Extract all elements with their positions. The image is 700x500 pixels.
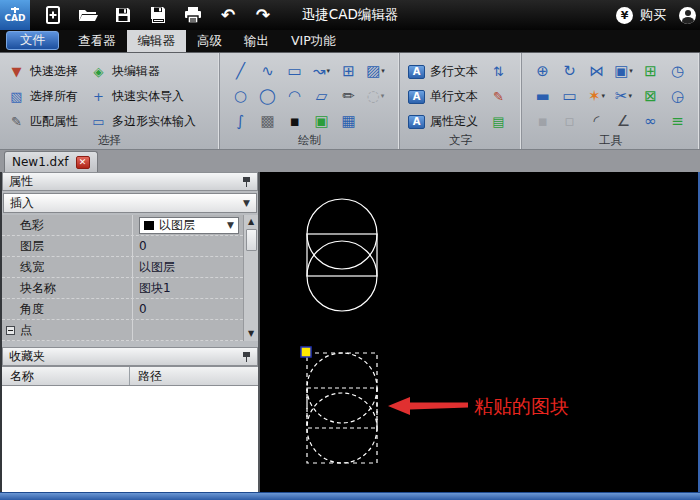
match-properties-button[interactable]: ✎匹配属性	[8, 109, 78, 134]
copy-button[interactable]: ⊞	[638, 59, 663, 83]
user-account-icon[interactable]	[679, 7, 696, 24]
chamfer-button[interactable]: ∠	[611, 109, 636, 133]
prop-label-block-name: 块名称	[2, 278, 132, 298]
hatch-region-icon: ▨	[366, 64, 380, 79]
attribute-define-button[interactable]: A属性定义	[408, 109, 478, 134]
annotation-text: 粘贴的图块	[474, 395, 569, 417]
menu-file[interactable]: 文件	[6, 31, 59, 50]
restore-icon: ◶	[671, 89, 684, 104]
singleline-text-button[interactable]: A单行文本	[408, 84, 478, 109]
prop-value-color[interactable]: 以图层▼	[132, 215, 243, 235]
block-editor-button[interactable]: ◈块编辑器	[90, 59, 196, 84]
text-edit-button[interactable]: ✎	[490, 84, 507, 109]
explode-button[interactable]: ✶▾	[584, 84, 609, 108]
spline-button[interactable]: ∫	[228, 109, 253, 133]
image-button[interactable]: ▣	[309, 109, 334, 133]
align-top-icon: ▬	[535, 89, 549, 104]
buy-button[interactable]: 购买	[640, 6, 666, 24]
select-all-button[interactable]: ▧选择所有	[8, 84, 78, 109]
favorites-column-headers: 名称 路径	[2, 366, 258, 386]
mirror-button[interactable]: ⋈	[584, 59, 609, 83]
pen-point-button[interactable]: ✏	[336, 84, 361, 108]
rectangle-button[interactable]: ▭	[282, 59, 307, 83]
color-swatch	[144, 221, 154, 230]
ellipse-button[interactable]: ◯	[255, 84, 280, 108]
circle-button[interactable]: ○	[228, 84, 253, 108]
chevron-down-icon: ▾	[602, 93, 606, 100]
redo-icon[interactable]: ↷	[252, 4, 274, 26]
collapse-icon[interactable]	[6, 326, 15, 335]
prop-row-lineweight: 线宽以图层	[2, 257, 243, 278]
new-file-icon[interactable]	[42, 4, 64, 26]
move-button[interactable]: ⊕	[530, 59, 555, 83]
restore-button[interactable]: ◶	[665, 84, 690, 108]
wipeout-icon: ▱	[316, 89, 328, 104]
text-group-col-0: A多行文本A单行文本A属性定义	[408, 59, 478, 134]
fillet-button[interactable]: ◜	[584, 109, 609, 133]
menu-viewer[interactable]: 查看器	[67, 30, 127, 52]
draw-group: ╱∿▭↝▾⊞▨▾○◯◠▱✏◌▾∫▩▪▣▦绘制	[220, 53, 400, 149]
quick-select-button[interactable]: ▼快速选择	[8, 59, 78, 84]
pin-icon[interactable]	[242, 176, 251, 188]
image-icon: ▣	[314, 114, 328, 129]
undo-icon[interactable]: ↶	[217, 4, 239, 26]
trim-button[interactable]: ✂▾	[611, 84, 636, 108]
quick-entity-import-button[interactable]: +快速实体导入	[90, 84, 196, 109]
point-button[interactable]: ▪	[282, 109, 307, 133]
properties-scrollbar[interactable]: ▲ ▼	[243, 215, 258, 341]
buy-coin-icon[interactable]: ¥	[616, 7, 633, 24]
print-icon[interactable]	[182, 4, 204, 26]
table-button[interactable]: ▦	[336, 109, 361, 133]
arc-button[interactable]: ◠	[282, 84, 307, 108]
insert-block-button[interactable]: ⊞	[336, 59, 361, 83]
multiline-text-button[interactable]: A多行文本	[408, 59, 478, 84]
copy-group-button[interactable]: ⊠	[638, 84, 663, 108]
color-combo[interactable]: 以图层▼	[139, 217, 239, 234]
scroll-up-icon[interactable]: ▲	[248, 215, 254, 229]
polyline-icon: ↝	[313, 64, 326, 79]
draw-group-grid: ╱∿▭↝▾⊞▨▾○◯◠▱✏◌▾∫▩▪▣▦	[228, 59, 391, 133]
offset-button[interactable]: ▣▾	[611, 59, 636, 83]
menu-editor[interactable]: 编辑器	[127, 30, 187, 52]
hatch-button[interactable]: ▩	[255, 109, 280, 133]
favorites-path-column[interactable]: 路径	[130, 367, 162, 385]
polyline-button[interactable]: ↝▾	[309, 59, 334, 83]
add-layer-button[interactable]: ≡	[665, 109, 690, 133]
group-button[interactable]: ∞	[638, 109, 663, 133]
text-group-col-1: ⇅✎▤	[490, 59, 507, 134]
save-pdf-icon[interactable]	[147, 4, 169, 26]
menu-output[interactable]: 输出	[233, 30, 280, 52]
align-bottom-button[interactable]: ▭	[557, 84, 582, 108]
hatch-region-button[interactable]: ▨▾	[363, 59, 388, 83]
align-top-button[interactable]: ▬	[530, 84, 555, 108]
favorites-list[interactable]	[2, 386, 258, 492]
pin-icon[interactable]	[242, 351, 251, 363]
menu-advanced[interactable]: 高级	[186, 30, 233, 52]
rotate-button[interactable]: ↻	[557, 59, 582, 83]
pasted-block-grip-handle[interactable]	[301, 347, 311, 357]
tab-new1-dxf[interactable]: New1.dxf ✕	[4, 151, 98, 172]
line-button[interactable]: ╱	[228, 59, 253, 83]
original-block-rect[interactable]	[307, 234, 377, 276]
save-icon[interactable]	[112, 4, 134, 26]
drawing-canvas[interactable]: 粘贴的图块	[260, 172, 698, 492]
entity-type-combo[interactable]: 插入 ▼	[3, 193, 257, 213]
properties-title: 属性	[9, 173, 33, 190]
pasted-block-selection-box[interactable]	[307, 353, 377, 463]
selection-group-col-0: ▼快速选择▧选择所有✎匹配属性	[8, 59, 78, 134]
polygon-entity-input-button[interactable]: ▭多边形实体输入	[90, 109, 196, 134]
tab-close-icon[interactable]: ✕	[76, 156, 90, 169]
pasted-block-rect[interactable]	[307, 388, 377, 428]
text-pad-button[interactable]: ▤	[490, 109, 507, 134]
wipeout-button[interactable]: ▱	[309, 84, 334, 108]
favorites-name-column[interactable]: 名称	[2, 367, 130, 385]
open-folder-icon[interactable]	[77, 4, 99, 26]
text-order-button[interactable]: ⇅	[490, 59, 507, 84]
prop-label-lineweight: 线宽	[2, 257, 132, 277]
scroll-down-icon[interactable]: ▼	[248, 327, 254, 341]
menu-vip[interactable]: VIP功能	[280, 30, 347, 52]
scrollbar-thumb[interactable]	[246, 229, 257, 251]
copy-rotate-button[interactable]: ◷	[665, 59, 690, 83]
canvas-drawing[interactable]: 粘贴的图块	[260, 172, 696, 492]
sketch-button[interactable]: ∿	[255, 59, 280, 83]
